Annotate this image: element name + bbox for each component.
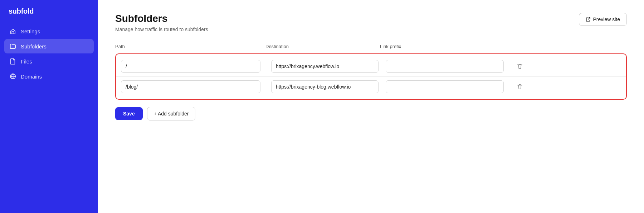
destination-input-1[interactable] [271, 60, 379, 73]
destination-cell [271, 80, 386, 93]
destination-input-2[interactable] [271, 80, 379, 93]
link-prefix-cell [386, 80, 514, 93]
preview-site-button[interactable]: Preview site [579, 13, 627, 26]
link-prefix-cell [386, 60, 514, 73]
sidebar: subfold Settings Subfolders [0, 0, 98, 213]
globe-icon [9, 73, 16, 80]
column-header-destination: Destination [265, 44, 380, 49]
path-input-2[interactable] [121, 80, 260, 93]
sidebar-item-label: Files [21, 58, 32, 65]
sidebar-item-settings[interactable]: Settings [4, 24, 94, 38]
preview-site-label: Preview site [593, 16, 620, 22]
sidebar-item-label: Subfolders [21, 43, 47, 49]
path-cell [121, 80, 271, 93]
sidebar-item-files[interactable]: Files [4, 54, 94, 68]
delete-cell [514, 81, 536, 92]
save-button[interactable]: Save [115, 107, 143, 120]
sidebar-item-domains[interactable]: Domains [4, 69, 94, 84]
delete-cell [514, 61, 536, 72]
sidebar-item-label: Settings [21, 28, 40, 34]
link-prefix-input-1[interactable] [386, 60, 504, 73]
delete-row-button-1[interactable] [514, 61, 525, 72]
sidebar-logo: subfold [0, 0, 98, 24]
external-link-icon [586, 17, 591, 22]
add-subfolder-button[interactable]: + Add subfolder [147, 107, 196, 120]
page-subtitle: Manage how traffic is routed to subfolde… [115, 27, 208, 32]
trash-icon [517, 63, 523, 70]
page-title: Subfolders [115, 13, 208, 24]
trash-icon [517, 84, 523, 90]
rows-container [115, 53, 627, 100]
page-header: Subfolders Manage how traffic is routed … [115, 13, 627, 32]
home-icon [9, 28, 16, 35]
page-title-group: Subfolders Manage how traffic is routed … [115, 13, 208, 32]
sidebar-item-subfolders[interactable]: Subfolders [4, 39, 94, 53]
table-row [116, 76, 626, 97]
column-header-link-prefix: Link prefix [380, 44, 509, 49]
folder-icon [9, 43, 16, 50]
path-cell [121, 60, 271, 73]
link-prefix-input-2[interactable] [386, 80, 504, 93]
main-content: Subfolders Manage how traffic is routed … [98, 0, 644, 213]
column-header-actions [509, 44, 530, 49]
sidebar-item-label: Domains [21, 74, 42, 80]
column-header-path: Path [115, 44, 265, 49]
delete-row-button-2[interactable] [514, 81, 525, 92]
sidebar-nav: Settings Subfolders Files [0, 24, 98, 84]
path-input-1[interactable] [121, 60, 260, 73]
file-icon [9, 58, 16, 65]
destination-cell [271, 60, 386, 73]
table-row [116, 56, 626, 76]
actions-row: Save + Add subfolder [115, 107, 627, 120]
table-headers: Path Destination Link prefix [115, 44, 627, 51]
